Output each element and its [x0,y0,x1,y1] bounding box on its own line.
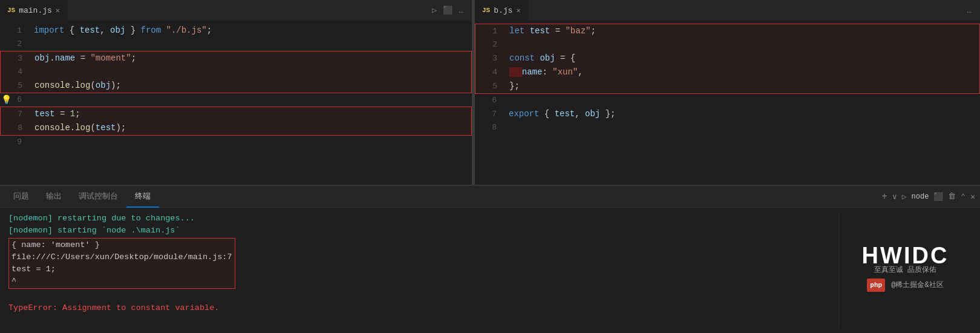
right-tab-bar: JS b.js ✕ … [475,0,980,21]
add-terminal-icon[interactable]: + [881,191,887,202]
bottom-panel: 问题 输出 调试控制台 终端 + ∨ ▷ node ⬛ 🗑 ⌃ ✕ [0,185,980,333]
terminal-line-blank [8,290,838,302]
tab-problems[interactable]: 问题 [5,186,38,208]
left-tab-bar: JS main.js ✕ ▷ ⬛ … [0,0,472,21]
tab-output[interactable]: 输出 [38,186,70,208]
js-file-icon-right: JS [482,7,490,14]
right-code-line-4: 4 name: "xun", [475,65,979,79]
hwidc-badge: php [867,279,885,292]
watermark-area: HWIDC 至真至诚 品质保佑 php @稀土掘金&社区 [838,213,972,328]
code-line-2: 2 [0,38,472,51]
highlight-group-1: 3 obj.name = "moment"; 4 5 console.log(o… [0,51,472,93]
js-file-icon: JS [7,7,15,14]
node-label: node [912,193,929,201]
tab-output-label: 输出 [46,191,62,202]
code-line-5: 5 console.log(obj); [1,79,471,93]
terminal-output: [nodemon] restarting due to changes... [… [8,213,838,328]
panel-actions: + ∨ ▷ node ⬛ 🗑 ⌃ ✕ [881,191,975,202]
right-code-line-1: 1 let test = "baz"; [475,24,979,38]
terminal-line-4: file:///C:/Users/xun/Desktop/module/main… [11,251,232,263]
trash-icon[interactable]: 🗑 [948,192,956,201]
tab-debug[interactable]: 调试控制台 [70,186,126,208]
highlight-group-2: 7 test = 1; 8 console.log(test); [0,107,472,136]
tab-b-js-close[interactable]: ✕ [516,6,520,15]
hwidc-title: HWIDC [862,249,949,262]
panel-tab-bar: 问题 输出 调试控制台 终端 + ∨ ▷ node ⬛ 🗑 ⌃ ✕ [0,186,980,208]
more-right-icon[interactable]: … [967,6,972,15]
tab-terminal-label: 终端 [135,191,151,202]
terminal-line-5: test = 1; [11,263,232,275]
code-line-9: 9 [0,136,472,149]
code-line-1: 1 import { test, obj } from "./b.js"; [0,24,472,38]
terminal-line-1: [nodemon] restarting due to changes... [8,213,838,225]
editor-container: JS main.js ✕ ▷ ⬛ … 1 import { test, obj … [0,0,980,333]
terminal-error-block: { name: 'moment' } file:///C:/Users/xun/… [8,238,235,289]
terminal-line-6: ^ [11,275,232,288]
right-code-line-7: 7 export { test, obj }; [475,107,980,121]
hwidc-line1: 至真至诚 品质保佑 [874,266,936,274]
code-line-6: 💡 6 [0,93,472,107]
tab-b-js-label: b.js [494,6,512,15]
chevron-down-icon[interactable]: ∨ [892,192,897,202]
right-code-line-6: 6 [475,94,980,107]
code-line-4: 4 [1,65,471,79]
tab-terminal[interactable]: 终端 [126,186,159,208]
left-code-content: 1 import { test, obj } from "./b.js"; 2 … [0,21,472,185]
editor-right-actions: … [967,6,980,15]
right-code-content: 1 let test = "baz"; 2 3 const obj = { 4 … [475,21,980,185]
editor-left-actions: ▷ ⬛ … [432,5,472,15]
tab-main-js-close[interactable]: ✕ [56,6,60,15]
tab-debug-label: 调试控制台 [79,191,118,202]
terminal-line-error: TypeError: Assignment to constant variab… [8,302,838,314]
panel-content: [nodemon] restarting due to changes... [… [0,208,980,333]
right-editor-pane: JS b.js ✕ … 1 let test = "baz"; 2 [475,0,980,185]
terminal-line-3: { name: 'moment' } [11,239,232,251]
split-icon[interactable]: ⬛ [443,5,452,15]
tab-b-js[interactable]: JS b.js ✕ [475,0,529,21]
tab-main-js-label: main.js [19,6,52,15]
left-editor-pane: JS main.js ✕ ▷ ⬛ … 1 import { test, obj … [0,0,472,185]
run-terminal-icon[interactable]: ▷ [902,192,907,202]
split-terminal-icon[interactable]: ⬛ [933,192,943,202]
hwidc-line2: @稀土掘金&社区 [891,281,943,289]
bulb-icon: 💡 [1,93,11,107]
right-code-line-3: 3 const obj = { [475,51,979,65]
code-line-7: 7 test = 1; [1,107,471,121]
collapse-icon[interactable]: ⌃ [961,192,965,202]
run-icon[interactable]: ▷ [432,5,437,15]
tab-main-js[interactable]: JS main.js ✕ [0,0,68,21]
hwidc-subtitle-1: 至真至诚 品质保佑 [874,264,936,276]
tab-problems-label: 问题 [13,191,29,202]
more-icon[interactable]: … [459,6,463,15]
right-code-line-2: 2 [475,38,979,51]
right-highlight-group: 1 let test = "baz"; 2 3 const obj = { 4 … [475,24,980,94]
terminal-line-2: [nodemon] starting `node .\main.js` [8,225,838,237]
code-line-8: 8 console.log(test); [1,121,471,135]
right-code-line-8: 8 [475,121,980,134]
editor-panes: JS main.js ✕ ▷ ⬛ … 1 import { test, obj … [0,0,980,185]
code-line-3: 3 obj.name = "moment"; [1,51,471,65]
right-code-line-5: 5 }; [475,79,979,93]
close-panel-icon[interactable]: ✕ [970,192,975,202]
hwidc-subtitle-2: php @稀土掘金&社区 [867,279,943,292]
